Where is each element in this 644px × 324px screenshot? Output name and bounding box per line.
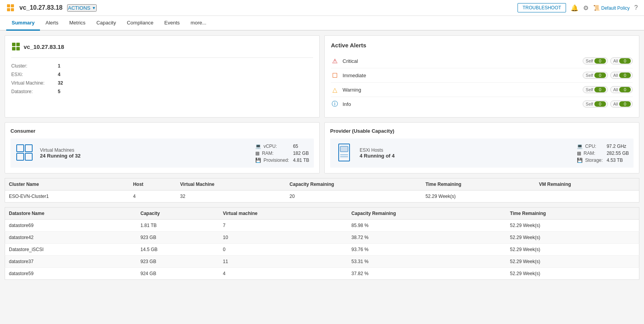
provider-content: ESXi Hosts 4 Running of 4 💻 CPU: 97.2 GH… [330, 139, 634, 168]
datastore-row-1: datastore69 1.81 TB 7 85.98 % 52.29 Week… [5, 220, 639, 232]
esxi-label: ESXi: [11, 72, 58, 77]
esxi-icon [335, 143, 353, 163]
provider-cpu-value: 97.2 GHz [607, 144, 629, 149]
immediate-all-badge: All 0 [610, 72, 633, 79]
tab-compliance[interactable]: Compliance [121, 16, 159, 31]
alert-row-critical: ⚠ Critical Self 0 All 0 [331, 54, 633, 68]
col-virtual-machine: Virtual Machine [176, 178, 286, 191]
provider-storage-icon: 💾 [577, 158, 583, 163]
tab-alerts[interactable]: Alerts [40, 16, 64, 31]
vm-running-count: 24 Running of 32 [40, 153, 245, 159]
alert-row-info: ⓘ Info Self 0 All 0 [331, 97, 633, 111]
datastore-row-4: datastore37 923 GB 11 53.31 % 52.29 Week… [5, 256, 639, 268]
info-row-datastore: Datastore: 5 [11, 87, 313, 96]
vc-info-table: Cluster: 1 ESXi: 4 Virtual Machine: 32 D… [11, 57, 313, 96]
ds-vm-1: 7 [219, 220, 348, 232]
warning-all-count: 0 [619, 87, 631, 92]
ds-cap-5: 924 GB [137, 268, 219, 280]
esxi-running-count: 4 Running of 4 [360, 153, 567, 159]
ds-cap-1: 1.81 TB [137, 220, 219, 232]
ram-icon: ▩ [255, 151, 260, 156]
tab-capacity[interactable]: Capacity [91, 16, 121, 31]
datastore-table-header: Datastore Name Capacity Virtual machine … [5, 208, 639, 220]
consumer-title: Consumer [10, 128, 314, 134]
critical-label: Critical [343, 58, 583, 64]
ds-name-1[interactable]: datastore69 [5, 220, 137, 232]
col-ds-time-remaining: Time Remaining [506, 208, 639, 220]
info-self-badge: Self 0 [583, 100, 608, 107]
svg-rect-3 [11, 8, 14, 11]
col-ds-cap-remaining: Capacity Remaining [348, 208, 506, 220]
immediate-self-badge: Self 0 [583, 72, 608, 79]
warning-badges: Self 0 All 0 [583, 86, 633, 93]
svg-rect-9 [17, 153, 24, 160]
info-self-count: 0 [594, 101, 606, 107]
ds-name-4[interactable]: datastore37 [5, 256, 137, 268]
svg-rect-5 [16, 43, 20, 46]
ds-vm-3: 0 [219, 244, 348, 256]
cpu-icon: 💻 [255, 144, 261, 149]
esxi-type-label: ESXi Hosts [360, 147, 567, 153]
tab-metrics[interactable]: Metrics [64, 16, 91, 31]
alert-row-immediate: ☐ Immediate Self 0 All 0 [331, 68, 633, 83]
ds-name-2[interactable]: datastore42 [5, 232, 137, 244]
info-all-count: 0 [619, 101, 631, 107]
critical-self-count: 0 [594, 58, 606, 64]
info-row-vm: Virtual Machine: 32 [11, 79, 313, 87]
immediate-badges: Self 0 All 0 [583, 72, 633, 79]
cluster-table: Cluster Name Host Virtual Machine Capaci… [5, 178, 639, 203]
help-icon[interactable]: ? [634, 4, 638, 11]
critical-all-badge: All 0 [610, 57, 633, 64]
storage-icon: 💾 [255, 158, 261, 163]
tab-summary[interactable]: Summary [6, 16, 40, 31]
immediate-all-count: 0 [619, 73, 631, 78]
main-content: vc_10.27.83.18 Cluster: 1 ESXi: 4 Virtua… [0, 31, 644, 289]
critical-icon: ⚠ [331, 57, 339, 65]
troubleshoot-button[interactable]: TROUBLESHOOT [518, 3, 566, 12]
immediate-self-count: 0 [594, 73, 606, 78]
top-row: vc_10.27.83.18 Cluster: 1 ESXi: 4 Virtua… [5, 35, 639, 118]
vm-label: Virtual Machine: [11, 80, 58, 86]
consumer-provisioned-label: 💾 Provisioned: [255, 158, 289, 163]
provider-cpu-icon: 💻 [577, 144, 583, 149]
col-time-remaining: Time Remaining [422, 178, 535, 191]
svg-rect-8 [17, 145, 24, 152]
ds-cap-rem-5: 37.82 % [348, 268, 506, 280]
ds-name-5[interactable]: datastore59 [5, 268, 137, 280]
consumer-ram-label: ▩ RAM: [255, 151, 289, 156]
cluster-cap-remaining-cell: 20 [286, 191, 421, 203]
ds-cap-2: 923 GB [137, 232, 219, 244]
ds-time-rem-5: 52.29 Week(s) [506, 268, 639, 280]
cluster-time-remaining-cell: 52.29 Week(s) [422, 191, 535, 203]
esxi-info: ESXi Hosts 4 Running of 4 [360, 147, 567, 159]
ds-name-3[interactable]: Datastore_iSCSI [5, 244, 137, 256]
provider-ram-label: ▩ RAM: [577, 151, 602, 156]
col-capacity-remaining: Capacity Remaining [286, 178, 421, 191]
warning-self-badge: Self 0 [583, 86, 608, 93]
actions-button[interactable]: ACTIONS ▼ [67, 4, 97, 12]
datastore-value: 5 [58, 89, 61, 94]
active-alerts-panel: Active Alerts ⚠ Critical Self 0 All 0 [324, 35, 639, 118]
cluster-name-cell[interactable]: ESO-EVN-Cluster1 [5, 191, 129, 203]
tab-events[interactable]: Events [159, 16, 185, 31]
critical-self-badge: Self 0 [583, 57, 608, 64]
svg-rect-11 [25, 153, 32, 160]
provider-storage-label: 💾 Storage: [577, 158, 602, 163]
col-ds-capacity: Capacity [137, 208, 219, 220]
default-policy-link[interactable]: 📜 Default Policy [593, 5, 630, 11]
cluster-host-cell: 4 [129, 191, 176, 203]
header: vc_10.27.83.18 ACTIONS ▼ TROUBLESHOOT 🔔 … [0, 0, 644, 16]
tab-more[interactable]: more... [185, 16, 211, 31]
vm-type-label: Virtual Machines [40, 147, 245, 153]
info-icon: ⓘ [331, 100, 339, 108]
info-row-cluster: Cluster: 1 [11, 62, 313, 70]
cluster-label: Cluster: [11, 63, 58, 69]
consumer-vcpu-label: 💻 vCPU: [255, 144, 289, 149]
ds-cap-rem-3: 93.76 % [348, 244, 506, 256]
info-label: Info [343, 101, 583, 107]
vc-panel-icon [11, 42, 21, 51]
col-cluster-name: Cluster Name [5, 178, 129, 191]
svg-rect-4 [12, 43, 16, 46]
critical-badges: Self 0 All 0 [583, 57, 633, 64]
header-right: TROUBLESHOOT 🔔 ⚙ 📜 Default Policy ? [518, 3, 638, 12]
